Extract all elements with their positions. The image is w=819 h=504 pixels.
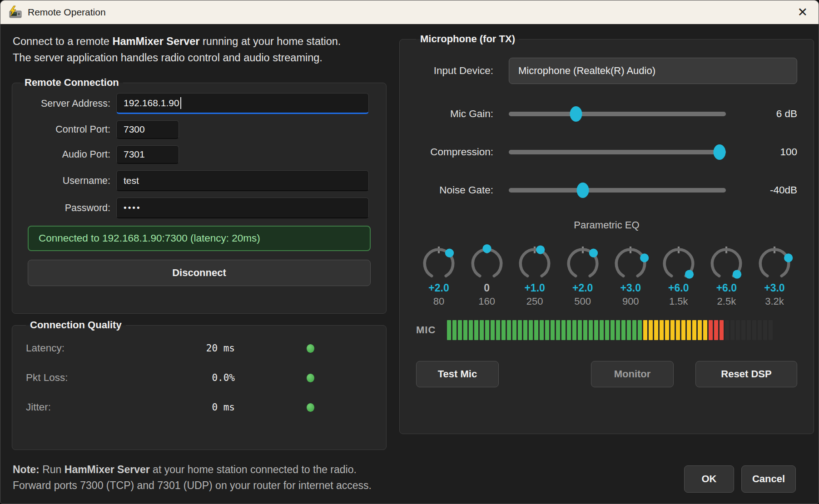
eq-knob-dial[interactable]	[610, 241, 651, 283]
compression-slider-thumb[interactable]	[713, 144, 725, 160]
meter-segment-green	[578, 320, 582, 340]
disconnect-button[interactable]: Disconnect	[28, 260, 371, 286]
parametric-eq-knobs: +2.0800160+1.0250+2.0500+3.0900+6.01.5k+…	[416, 241, 797, 307]
password-value: ••••	[124, 203, 141, 213]
mic-gain-label: Mic Gain:	[416, 108, 493, 120]
jitter-value: 0 ms	[139, 402, 235, 413]
cancel-button[interactable]: Cancel	[741, 465, 796, 493]
intro-text: Connect to a remote HamMixer Server runn…	[13, 33, 390, 66]
noise-gate-slider[interactable]	[509, 188, 726, 193]
meter-segment-green	[600, 320, 604, 340]
note-mid: Run	[40, 464, 65, 475]
eq-knob-dial[interactable]	[514, 241, 556, 283]
connection-quality-legend: Connection Quality	[26, 319, 126, 331]
ok-button[interactable]: OK	[684, 465, 734, 493]
control-port-input[interactable]: 7300	[116, 120, 179, 139]
eq-gain-value: 0	[484, 282, 490, 294]
meter-segment-green	[496, 320, 500, 340]
eq-knob-indicator-dot	[482, 244, 491, 253]
reset-dsp-button[interactable]: Reset DSP	[695, 361, 797, 387]
meter-segment-green	[512, 320, 516, 340]
footer-note: Note: Run HamMixer Server at your home s…	[13, 462, 385, 494]
meter-segment-yellow	[681, 320, 685, 340]
latency-value: 20 ms	[139, 343, 235, 354]
eq-band-80: +2.080	[416, 241, 462, 307]
meter-segment-green	[485, 320, 489, 340]
compression-value: 100	[726, 146, 797, 158]
monitor-button[interactable]: Monitor	[591, 361, 674, 387]
intro-line1-post: running at your home station.	[199, 35, 341, 47]
eq-freq-label: 500	[574, 296, 591, 307]
disconnect-button-label: Disconnect	[172, 267, 226, 279]
meter-segment-green	[589, 320, 593, 340]
window-title: Remote Operation	[28, 7, 106, 18]
noise-gate-slider-thumb[interactable]	[576, 183, 589, 198]
meter-segment-green	[638, 320, 642, 340]
meter-segment-yellow	[703, 320, 707, 340]
meter-segment-green	[567, 320, 571, 340]
meter-segment-green	[463, 320, 467, 340]
eq-knob-dial[interactable]	[658, 241, 700, 283]
input-device-select[interactable]: Microphone (Realtek(R) Audio)	[509, 58, 797, 84]
mic-level-meter	[447, 320, 773, 340]
mic-gain-slider-thumb[interactable]	[570, 106, 582, 122]
note-rest: at your home station connected to the ra…	[150, 464, 357, 475]
meter-segment-off	[730, 320, 735, 340]
meter-segment-off	[752, 320, 756, 340]
server-address-row: Server Address: 192.168.1.90	[20, 93, 378, 114]
jitter-row: Jitter: 0 ms	[26, 399, 372, 415]
connection-quality-group: Connection Quality Latency: 20 ms Pkt Lo…	[12, 319, 387, 450]
eq-gain-value: +6.0	[668, 282, 689, 294]
server-address-label: Server Address:	[20, 98, 110, 109]
meter-segment-red	[714, 320, 718, 340]
eq-knob-dial[interactable]	[705, 241, 747, 283]
input-device-value: Microphone (Realtek(R) Audio)	[518, 65, 655, 77]
meter-segment-green	[480, 320, 484, 340]
microphone-legend: Microphone (for TX)	[416, 33, 519, 45]
eq-band-500: +2.0500	[560, 241, 606, 307]
password-label: Password:	[20, 203, 110, 214]
eq-knob-indicator-dot	[733, 270, 741, 278]
meter-segment-green	[540, 320, 544, 340]
server-address-input[interactable]: 192.168.1.90	[116, 93, 369, 114]
intro-line2: The server application handles radio con…	[13, 52, 323, 64]
password-input[interactable]: ••••	[116, 198, 369, 218]
meter-segment-yellow	[660, 320, 664, 340]
meter-segment-green	[556, 320, 560, 340]
meter-segment-yellow	[692, 320, 696, 340]
eq-knob-dial[interactable]	[754, 241, 795, 283]
eq-knob-indicator-dot	[685, 270, 694, 278]
eq-band-900: +3.0900	[608, 241, 653, 307]
username-input[interactable]: test	[116, 170, 369, 191]
close-icon[interactable]: ✕	[794, 5, 811, 20]
noise-gate-row: Noise Gate: -40dB	[416, 182, 797, 198]
meter-segment-yellow	[676, 320, 680, 340]
meter-segment-green	[523, 320, 527, 340]
titlebar: Remote Operation ✕	[0, 0, 819, 24]
audio-port-value: 7301	[124, 149, 145, 160]
meter-segment-green	[529, 320, 533, 340]
audio-port-row: Audio Port: 7301	[20, 145, 378, 164]
latency-status-dot	[307, 344, 314, 353]
meter-segment-green	[518, 320, 522, 340]
audio-port-input[interactable]: 7301	[116, 145, 179, 164]
eq-knob-dial[interactable]	[466, 241, 508, 283]
username-label: Username:	[20, 175, 110, 187]
mic-gain-value: 6 dB	[726, 108, 797, 120]
note-line2: Forward ports 7300 (TCP) and 7301 (UDP) …	[13, 479, 372, 491]
connection-status-text: Connected to 192.168.1.90:7300 (latency:…	[39, 232, 260, 244]
eq-freq-label: 3.2k	[765, 296, 784, 307]
meter-segment-green	[632, 320, 636, 340]
meter-segment-green	[491, 320, 495, 340]
test-mic-button[interactable]: Test Mic	[416, 361, 499, 387]
pkt-loss-row: Pkt Loss: 0.0%	[26, 370, 372, 386]
mic-meter-row: MIC	[416, 319, 797, 341]
eq-knob-dial[interactable]	[418, 241, 460, 283]
server-address-value: 192.168.1.90	[124, 98, 179, 109]
meter-segment-yellow	[687, 320, 691, 340]
input-device-row: Input Device: Microphone (Realtek(R) Aud…	[416, 58, 797, 84]
compression-slider[interactable]	[509, 150, 726, 154]
mic-gain-slider[interactable]	[509, 112, 726, 116]
eq-knob-dial[interactable]	[562, 241, 604, 283]
meter-segment-off	[725, 320, 729, 340]
